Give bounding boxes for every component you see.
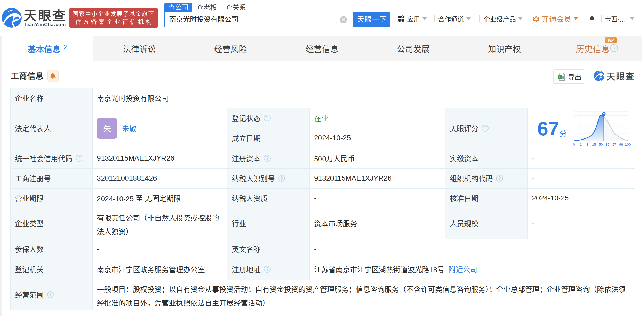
svg-text:0: 0 — [573, 143, 575, 146]
svg-text:85: 85 — [606, 143, 610, 146]
svg-text:?: ? — [613, 45, 615, 51]
svg-text:X: X — [558, 75, 561, 79]
svg-text:50: 50 — [599, 143, 603, 146]
svg-text:97: 97 — [612, 143, 616, 146]
svg-text:3: 3 — [586, 143, 588, 146]
svg-text:15: 15 — [592, 143, 596, 146]
svg-text:VIP: VIP — [608, 38, 614, 42]
svg-text:99: 99 — [619, 143, 623, 146]
svg-text:100: 100 — [625, 143, 631, 146]
svg-text:1: 1 — [579, 143, 582, 146]
